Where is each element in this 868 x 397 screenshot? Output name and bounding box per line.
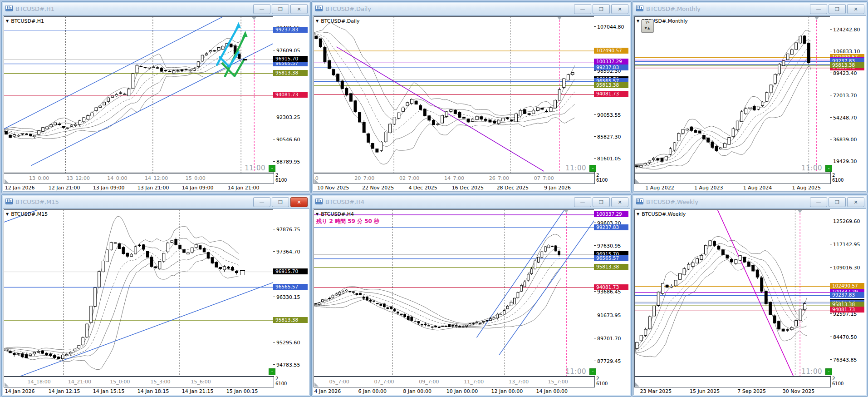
minimize-button[interactable]: — [574,197,591,207]
period-label: 07_7:00 [374,379,394,385]
candle-body [517,293,519,298]
maximize-button[interactable]: ❐ [272,197,289,207]
price-axis[interactable]: 125269.60117142.95109016.3092597.1584470… [830,209,866,376]
chart-dropdown-icon[interactable]: ▼ [316,19,319,23]
candle-body [5,131,8,134]
indicator-subwindow[interactable] [634,377,831,387]
candle-body [74,124,77,125]
date-axis[interactable]: 10 Nov 202522 Nov 20254 Dec 202516 Dec 2… [314,184,595,192]
indicator-subwindow[interactable]: 14_18:0014_21:0015_0:0015_3:0015_6:00 [4,377,274,387]
chart-window-icon [636,198,643,206]
close-button[interactable]: ✕ [847,197,864,207]
chart-dropdown-icon[interactable]: ▼ [6,19,9,23]
candle-body [181,69,183,71]
trend-line-blue[interactable] [4,17,225,132]
subwindow-resize-grip[interactable] [635,179,639,183]
indicator-subwindow[interactable]: 13_0:0013_12:0014_0:0014_12:0015_0:00 [4,173,274,184]
candlestick-chart[interactable] [314,210,594,376]
candle-body [356,293,358,295]
close-button[interactable]: ✕ [290,197,308,207]
chart-dropdown-icon[interactable]: ▼ [6,212,9,216]
minimize-button[interactable]: — [253,197,270,207]
date-axis[interactable]: 4 Jan 20266 Jan 00:008 Jan 00:0010 Jan 0… [314,388,595,396]
y-scale-tool-icon[interactable]: Y¹▼▲ [641,20,654,33]
window-controls: —❐✕ [574,197,628,207]
maximize-button[interactable]: ❐ [829,197,846,207]
maximize-button[interactable]: ❐ [272,4,289,14]
chart-dropdown-icon[interactable]: ▼ [637,212,639,216]
subwindow-resize-grip[interactable] [635,382,639,387]
candlestick-chart[interactable] [4,210,274,376]
window-titlebar[interactable]: BTCUSD#,H1—❐✕ [3,3,309,15]
trend-line-purple[interactable] [336,47,544,171]
trend-line-blue[interactable] [4,281,274,376]
period-label: 13_12:00 [67,175,90,181]
minimize-button[interactable]: — [810,4,827,14]
trend-line-blue[interactable] [476,210,566,337]
minimize-button[interactable]: — [253,4,270,14]
candle-body [703,135,706,139]
countdown-green-badge[interactable]: - [269,165,275,172]
candle-body [476,116,478,119]
chart-dropdown-icon[interactable]: ▼ [316,212,319,216]
chart-dropdown-icon[interactable]: ▼ [637,19,639,23]
window-titlebar[interactable]: BTCUSD#,H4—❐✕ [313,196,630,208]
maximize-button[interactable]: ❐ [593,197,610,207]
window-titlebar[interactable]: BTCUSD#,Monthly—❐✕ [633,3,866,15]
price-plot[interactable]: ▼BTCUSD#,Weekly11:00- [634,209,831,377]
price-axis[interactable]: 97876.7597364.7096330.1595295.6094783.55… [273,209,309,376]
date-label: 22 Nov 2025 [362,185,394,191]
maximize-button[interactable]: ❐ [593,4,610,14]
countdown-green-badge[interactable]: - [825,368,832,375]
minimize-button[interactable]: — [574,4,591,14]
maximize-button[interactable]: ❐ [829,4,846,14]
price-plot[interactable]: ▼BTCUSD#,H111:00- [4,16,274,173]
candlestick-chart[interactable] [635,210,830,376]
subwindow-resize-grip[interactable] [314,179,319,183]
price-plot[interactable]: ▼BTCUSD#,H4残り 2 時間 59 分 50 秒11:00- [314,209,595,377]
candle-body [142,245,145,249]
candle-body [349,291,351,292]
countdown-green-badge[interactable]: - [589,165,596,172]
price-plot[interactable]: ▼BTCUSD#,M15- [4,209,274,377]
sub-axis-label: 6100 [596,382,608,386]
date-axis[interactable]: 1 Aug 20221 Aug 20231 Aug 20241 Aug 2025 [634,184,831,192]
window-titlebar[interactable]: BTCUSD#,Weekly—❐✕ [633,196,866,208]
date-axis[interactable]: 14 Jan 202614 Jan 12:1514 Jan 15:1514 Ja… [4,388,274,396]
close-button[interactable]: ✕ [611,197,628,207]
trend-line-blue[interactable] [31,42,274,166]
window-titlebar[interactable]: BTCUSD#,M15—❐✕ [3,196,309,208]
countdown-green-badge[interactable]: - [269,368,275,375]
subwindow-resize-grip[interactable] [5,179,9,183]
price-plot[interactable]: ▼BTCUSD#,Daily11:00- [314,16,595,173]
candlestick-chart[interactable] [635,17,830,173]
date-axis[interactable]: 12 Jan 202612 Jan 21:0013 Jan 09:0013 Ja… [4,184,274,192]
candlestick-chart[interactable] [4,17,274,173]
countdown-green-badge[interactable]: - [589,368,596,375]
candle-body [91,113,93,116]
close-button[interactable]: ✕ [847,4,864,14]
close-button[interactable]: ✕ [290,4,308,14]
price-axis[interactable]: 107044.8098592.3090053.5585827.3081601.0… [594,16,630,172]
date-axis[interactable]: 23 Mar 202515 Jun 20257 Sep 202530 Nov 2… [634,388,831,396]
subwindow-resize-grip[interactable] [5,382,9,387]
candle-body [322,300,324,302]
trend-line-magenta[interactable] [717,210,793,376]
price-axis[interactable]: 99603.2097630.9593686.4591673.9589701.70… [594,209,630,376]
price-plot[interactable]: ▼BTCUSD#,MonthlyY¹▼▲11:00- [634,16,831,173]
indicator-subwindow[interactable]: 05_7:0007_7:0009_7:0011_7:0013_7:0015_7:… [314,377,595,387]
minimize-button[interactable]: — [810,197,827,207]
indicator-subwindow[interactable] [634,173,831,184]
price-axis[interactable]: 124242.80106833.1089423.4072013.7054248.… [830,16,866,172]
candle-body [536,108,539,110]
trend-line-blue[interactable] [499,216,594,355]
window-titlebar[interactable]: BTCUSD#,Daily—❐✕ [313,3,630,15]
subwindow-resize-grip[interactable] [314,382,319,387]
close-button[interactable]: ✕ [611,4,628,14]
countdown-green-badge[interactable]: - [825,165,832,172]
candlestick-chart[interactable] [314,17,594,173]
date-label: 14 Jan 15:15 [93,388,125,394]
price-axis[interactable]: 99401.5597609.0592303.2590546.6088789.95… [273,16,309,172]
candle-body [83,118,85,122]
indicator-subwindow[interactable]: 020_7:0002_7:0014_7:0026_7:0007_7:00 [314,173,595,184]
